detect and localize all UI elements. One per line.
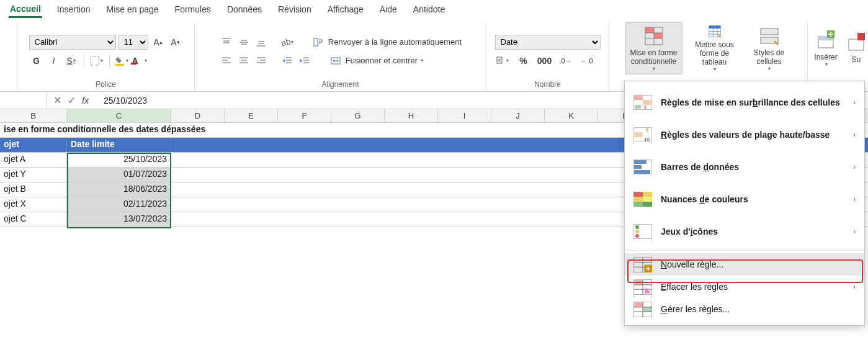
dd-manage-rules[interactable]: Gérer les règles... bbox=[625, 298, 864, 320]
col-header-J[interactable]: J bbox=[491, 109, 545, 122]
conditional-formatting-button[interactable]: Mise en forme conditionnelle▾ bbox=[625, 22, 682, 74]
tab-accueil[interactable]: Accueil bbox=[9, 1, 42, 18]
svg-rect-57 bbox=[633, 132, 643, 137]
dd-color-scales[interactable]: Nuances de couleurs › bbox=[625, 183, 864, 215]
dd-icon-sets[interactable]: Jeux d'icônes › bbox=[625, 215, 864, 248]
fill-color-button[interactable]: ▾ bbox=[115, 53, 130, 68]
table-format-icon bbox=[705, 25, 725, 38]
col-header-C[interactable]: C bbox=[67, 109, 171, 122]
dd-highlight-rules[interactable]: ≤ Règles de mise en surbrillance des cel… bbox=[625, 86, 864, 119]
font-name-select[interactable]: Calibri bbox=[29, 35, 116, 50]
cell-date[interactable]: 01/07/2023 bbox=[67, 168, 171, 182]
wrap-text-label[interactable]: Renvoyer à la ligne automatiquement bbox=[328, 37, 462, 47]
header-date-limite[interactable]: Date limite bbox=[67, 138, 171, 152]
number-group-label: Nombre bbox=[534, 80, 561, 90]
chevron-right-icon: › bbox=[853, 282, 856, 291]
increase-decimal-icon[interactable]: .0→ bbox=[558, 53, 573, 68]
col-header-I[interactable]: I bbox=[438, 109, 491, 122]
font-size-select[interactable]: 11 bbox=[119, 35, 148, 50]
tab-aide[interactable]: Aide bbox=[378, 2, 398, 17]
decrease-font-icon[interactable]: A▾ bbox=[168, 35, 183, 50]
merge-dropdown-icon[interactable]: ▾ bbox=[421, 58, 423, 63]
align-top-icon[interactable] bbox=[219, 35, 234, 50]
tab-antidote[interactable]: Antidote bbox=[412, 2, 446, 17]
align-bottom-icon[interactable] bbox=[254, 35, 269, 50]
separator bbox=[109, 55, 110, 67]
svg-text:€: € bbox=[498, 58, 501, 63]
separator bbox=[625, 250, 864, 251]
svg-rect-0 bbox=[91, 56, 99, 65]
tab-revision[interactable]: Révision bbox=[277, 2, 313, 17]
new-rule-icon bbox=[633, 257, 652, 272]
col-header-B[interactable]: B bbox=[0, 109, 67, 122]
decrease-indent-icon[interactable] bbox=[280, 53, 295, 68]
svg-rect-31 bbox=[645, 27, 654, 33]
wrap-text-icon[interactable] bbox=[311, 35, 326, 50]
tab-insertion[interactable]: Insertion bbox=[56, 2, 92, 17]
svg-rect-80 bbox=[633, 279, 643, 285]
number-group: Date €▾ % 000 .0→ ←.0 Nombre bbox=[486, 22, 609, 91]
svg-text:≤: ≤ bbox=[644, 104, 647, 110]
col-header-F[interactable]: F bbox=[278, 109, 331, 122]
bold-button[interactable]: G bbox=[29, 53, 44, 68]
tab-mise-en-page[interactable]: Mise en page bbox=[105, 2, 160, 17]
cancel-formula-icon[interactable]: ✕ bbox=[53, 94, 61, 106]
italic-button[interactable]: I bbox=[47, 53, 61, 68]
cell-projet[interactable]: ojet C bbox=[0, 212, 67, 227]
cell-projet[interactable]: ojet X bbox=[0, 197, 67, 212]
cell-styles-button[interactable]: Styles de cellules▾ bbox=[747, 22, 792, 74]
svg-rect-37 bbox=[709, 25, 720, 29]
tab-affichage[interactable]: Affichage bbox=[326, 2, 365, 17]
cell-projet[interactable]: ojet A bbox=[0, 153, 67, 167]
cell-date[interactable]: 13/07/2023 bbox=[67, 212, 171, 227]
underline-button[interactable]: S▾ bbox=[64, 53, 79, 68]
col-header-G[interactable]: G bbox=[331, 109, 385, 122]
cell-date[interactable]: 18/06/2023 bbox=[67, 182, 171, 197]
dd-item-label: Nouvelle règle... bbox=[661, 259, 856, 269]
decrease-decimal-icon[interactable]: ←.0 bbox=[579, 53, 594, 68]
format-as-table-button[interactable]: Mettre sous forme de tableau▾ bbox=[686, 22, 743, 74]
number-format-select[interactable]: Date bbox=[495, 35, 601, 50]
color-scales-icon bbox=[633, 192, 652, 207]
accept-formula-icon[interactable]: ✓ bbox=[68, 94, 76, 106]
dd-clear-rules[interactable]: Effacer les règles › bbox=[625, 276, 864, 298]
align-right-icon[interactable] bbox=[254, 53, 269, 68]
cell-date[interactable]: 25/10/2023 bbox=[67, 153, 171, 167]
align-left-icon[interactable] bbox=[219, 53, 234, 68]
dd-data-bars[interactable]: Barres de données › bbox=[625, 151, 864, 183]
col-header-E[interactable]: E bbox=[225, 109, 278, 122]
sheet-title-cell[interactable]: ise en forme conditionnelle des dates dé… bbox=[0, 123, 620, 137]
dd-new-rule[interactable]: Nouvelle règle... bbox=[625, 253, 864, 276]
name-box[interactable] bbox=[0, 92, 47, 109]
orientation-icon[interactable]: ab▾ bbox=[280, 35, 295, 50]
align-center-icon[interactable] bbox=[236, 53, 251, 68]
percent-icon[interactable]: % bbox=[516, 53, 531, 68]
col-header-D[interactable]: D bbox=[171, 109, 225, 122]
col-header-K[interactable]: K bbox=[545, 109, 598, 122]
cell-projet[interactable]: ojet B bbox=[0, 182, 67, 197]
accounting-format-icon[interactable]: €▾ bbox=[495, 53, 510, 68]
thousands-icon[interactable]: 000 bbox=[537, 53, 552, 68]
svg-rect-60 bbox=[634, 160, 647, 164]
svg-rect-42 bbox=[761, 29, 778, 35]
cell-date[interactable]: 02/11/2023 bbox=[67, 197, 171, 212]
fx-icon[interactable]: fx bbox=[82, 96, 89, 106]
col-header-H[interactable]: H bbox=[385, 109, 438, 122]
cell-projet[interactable]: ojet Y bbox=[0, 168, 67, 182]
tab-donnees[interactable]: Données bbox=[226, 2, 263, 17]
increase-font-icon[interactable]: A▴ bbox=[151, 35, 166, 50]
merge-icon[interactable] bbox=[328, 53, 343, 68]
insert-cells-button[interactable]: Insérer▾ bbox=[808, 22, 843, 74]
increase-indent-icon[interactable] bbox=[297, 53, 312, 68]
dd-top-bottom-rules[interactable]: 10 Règles des valeurs de plage haute/bas… bbox=[625, 119, 864, 151]
merge-label[interactable]: Fusionner et centrer bbox=[346, 56, 418, 65]
clear-rules-icon bbox=[633, 279, 652, 294]
svg-rect-1 bbox=[115, 64, 124, 66]
font-color-button[interactable]: A▾ bbox=[132, 53, 147, 68]
align-middle-icon[interactable] bbox=[236, 35, 251, 50]
tab-formules[interactable]: Formules bbox=[174, 2, 212, 17]
borders-button[interactable]: ▾ bbox=[89, 53, 104, 68]
header-projet[interactable]: ojet bbox=[0, 138, 67, 152]
delete-cells-button-partial[interactable]: Su bbox=[847, 22, 866, 74]
svg-text:10: 10 bbox=[644, 137, 650, 142]
